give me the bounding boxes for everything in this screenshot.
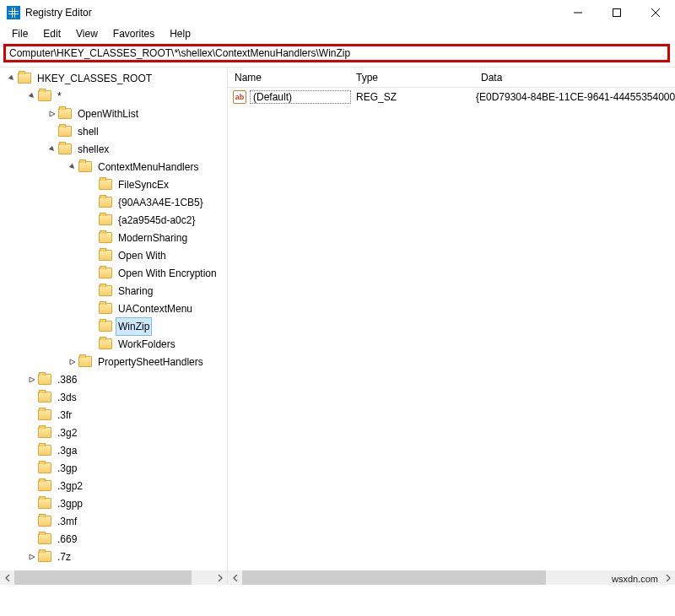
tree-leaf[interactable]: Open With (0, 246, 227, 264)
folder-icon (99, 321, 112, 332)
folder-icon (38, 392, 51, 403)
regedit-icon (7, 6, 20, 19)
tree-label: .3mf (55, 513, 79, 530)
expand-icon[interactable] (25, 92, 38, 100)
tree-leaf[interactable]: {90AA3A4E-1CB5} (0, 193, 227, 211)
scroll-right-icon[interactable] (213, 570, 227, 585)
folder-icon (38, 533, 51, 544)
tree-label: shellex (75, 141, 111, 158)
folder-icon (99, 232, 112, 243)
scroll-left-icon[interactable] (0, 570, 14, 585)
tree-node[interactable]: .7z (0, 548, 227, 565)
tree-node[interactable]: .669 (0, 530, 227, 548)
tree-label: .7z (55, 548, 73, 565)
folder-icon (38, 516, 51, 527)
tree-label: .3g2 (55, 424, 79, 441)
menu-file[interactable]: File (5, 27, 35, 41)
tree-node[interactable]: .386 (0, 370, 227, 388)
maximize-button[interactable] (597, 0, 636, 25)
string-value-icon: ab (233, 90, 246, 104)
tree-node[interactable]: .3fr (0, 406, 227, 424)
folder-icon (38, 409, 51, 420)
column-header-data[interactable]: Data (474, 72, 675, 84)
tree-leaf[interactable]: UAContextMenu (0, 300, 227, 317)
expand-icon[interactable] (5, 74, 18, 83)
folder-icon (99, 214, 112, 225)
tree-node-cmh[interactable]: ContextMenuHandlers (0, 158, 227, 176)
tree-label: .3gp2 (55, 478, 85, 494)
folder-icon (99, 338, 112, 349)
tree-node-hkcr[interactable]: HKEY_CLASSES_ROOT (0, 69, 227, 87)
tree-horizontal-scrollbar[interactable] (0, 570, 227, 585)
list-header: Name Type Data (228, 68, 675, 88)
address-input[interactable]: Computer\HKEY_CLASSES_ROOT\*\shellex\Con… (3, 44, 670, 62)
scroll-track[interactable] (242, 570, 661, 585)
folder-icon (18, 73, 31, 84)
tree-node[interactable]: .3ds (0, 388, 227, 406)
tree-node-winzip[interactable]: WinZip (0, 317, 227, 335)
folder-icon (38, 374, 51, 385)
expand-icon[interactable] (46, 110, 58, 118)
svg-rect-1 (613, 9, 621, 17)
tree-leaf[interactable]: Open With Encryption (0, 264, 227, 282)
tree-label: .3fr (55, 407, 74, 424)
folder-icon (99, 267, 112, 278)
value-name: (Default) (250, 90, 351, 104)
list-pane: Name Type Data ab (Default) REG_SZ {E0D7… (228, 68, 675, 585)
tree-leaf[interactable]: ModernSharing (0, 229, 227, 246)
tree-node-star[interactable]: * (0, 87, 227, 105)
content-area: HKEY_CLASSES_ROOT * OpenWithList shell (0, 67, 675, 585)
menu-edit[interactable]: Edit (36, 27, 68, 41)
folder-icon (99, 303, 112, 314)
registry-tree[interactable]: HKEY_CLASSES_ROOT * OpenWithList shell (0, 68, 227, 567)
tree-node[interactable]: .3g2 (0, 424, 227, 441)
column-header-name[interactable]: Name (228, 72, 349, 84)
tree-leaf[interactable]: FileSyncEx (0, 176, 227, 193)
tree-node[interactable]: .3gpp (0, 494, 227, 512)
expand-icon[interactable] (66, 163, 78, 171)
menu-help[interactable]: Help (163, 27, 197, 41)
tree-leaf[interactable]: Sharing (0, 282, 227, 300)
folder-icon (58, 126, 72, 137)
tree-label: ContextMenuHandlers (95, 159, 201, 176)
list-horizontal-scrollbar[interactable] (228, 570, 675, 585)
tree-node[interactable]: .3gp (0, 459, 227, 477)
tree-label: .386 (55, 371, 79, 388)
expand-icon[interactable] (25, 553, 38, 561)
folder-icon (99, 250, 112, 261)
menu-view[interactable]: View (69, 27, 105, 41)
folder-icon (38, 445, 51, 456)
tree-node[interactable]: .3gp2 (0, 477, 227, 494)
scroll-thumb[interactable] (14, 570, 192, 585)
tree-label: {90AA3A4E-1CB5} (116, 194, 206, 211)
tree-node-openwithlist[interactable]: OpenWithList (0, 105, 227, 122)
column-header-type[interactable]: Type (349, 72, 474, 84)
expand-icon[interactable] (46, 145, 58, 154)
tree-node-propsheet[interactable]: PropertySheetHandlers (0, 353, 227, 370)
tree-node-shellex[interactable]: shellex (0, 140, 227, 158)
watermark: wsxdn.com (612, 574, 658, 584)
menu-favorites[interactable]: Favorites (106, 27, 161, 41)
tree-node-shell[interactable]: shell (0, 122, 227, 140)
value-type: REG_SZ (351, 91, 476, 103)
expand-icon[interactable] (66, 358, 78, 366)
tree-label: shell (75, 123, 101, 140)
tree-label: FileSyncEx (116, 176, 171, 193)
close-button[interactable] (636, 0, 675, 25)
tree-node[interactable]: .3ga (0, 441, 227, 459)
tree-leaf[interactable]: WorkFolders (0, 335, 227, 353)
scroll-track[interactable] (14, 570, 213, 585)
scroll-right-icon[interactable] (661, 570, 675, 585)
expand-icon[interactable] (25, 376, 38, 384)
list-row[interactable]: ab (Default) REG_SZ {E0D79304-84BE-11CE-… (228, 88, 675, 106)
scroll-left-icon[interactable] (228, 570, 242, 585)
minimize-button[interactable] (559, 0, 597, 25)
scroll-thumb[interactable] (242, 570, 546, 585)
tree-node[interactable]: .3mf (0, 512, 227, 530)
titlebar: Registry Editor (0, 0, 675, 25)
tree-label: ModernSharing (116, 230, 190, 246)
tree-leaf[interactable]: {a2a9545d-a0c2} (0, 211, 227, 229)
addressbar-container: Computer\HKEY_CLASSES_ROOT\*\shellex\Con… (0, 42, 675, 67)
tree-label: .3ga (55, 442, 79, 459)
tree-label-selected: WinZip (116, 317, 152, 336)
